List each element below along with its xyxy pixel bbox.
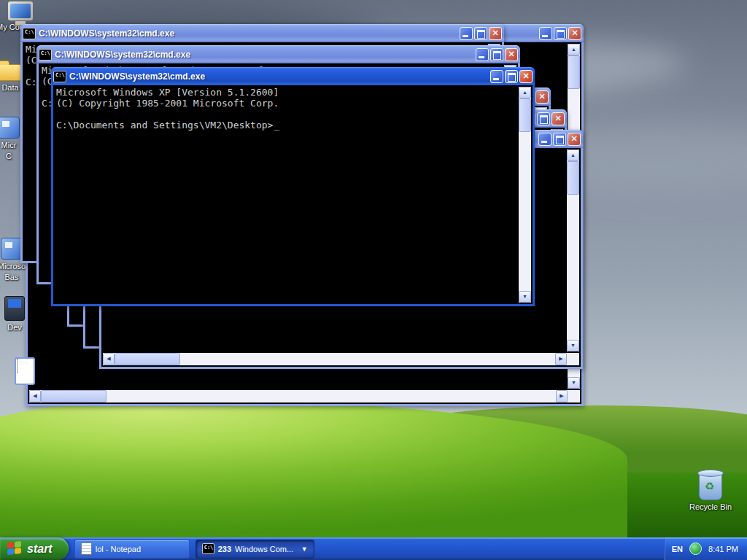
window-controls: ✕ [476,48,518,61]
taskbar: start lol - Notepad 233 Windows Com... ▼… [0,537,747,560]
cmd-icon [202,543,214,554]
window-controls: ✕ [460,27,502,40]
vertical-scrollbar[interactable]: ▲ ▼ [567,149,579,351]
window-controls: ✕ [538,133,581,146]
tray-status-icon[interactable] [689,542,702,555]
maximize-button[interactable] [554,27,567,40]
window-controls: ✕ [539,27,581,40]
desktop-icon-recycle-bin[interactable]: Recycle Bin [684,472,737,511]
cmd-icon [17,359,18,373]
device-icon [4,296,25,321]
icon-label: Dev [7,323,22,332]
icon-label: Bas [5,273,19,281]
scroll-thumb[interactable] [41,390,107,402]
close-button[interactable]: ✕ [568,27,581,40]
scroll-right-button[interactable]: ▶ [555,353,567,365]
scrollbar-corner [568,390,580,402]
scroll-up-button[interactable]: ▲ [568,44,580,55]
scroll-track[interactable] [519,132,531,291]
scroll-up-button[interactable]: ▲ [519,87,531,98]
minimize-button[interactable] [539,27,552,40]
maximize-button[interactable] [537,112,550,125]
icon-label: C [6,152,12,160]
windows-logo-icon [7,541,23,556]
console-cursor: _ [274,120,279,131]
green-hill [0,400,627,560]
scrollbar-corner [567,353,579,365]
cmd-icon [39,49,52,61]
start-label: start [27,542,53,556]
start-button[interactable]: start [0,537,69,560]
close-button[interactable]: ✕ [568,133,581,146]
horizontal-scrollbar[interactable]: ◀ ▶ [103,353,579,365]
maximize-button[interactable] [505,70,518,83]
task-label: lol - Notepad [96,545,141,553]
scroll-right-button[interactable]: ▶ [556,390,568,402]
application-icon [0,117,20,139]
minimize-button[interactable] [460,27,473,40]
minimize-button[interactable] [538,133,551,146]
minimize-button[interactable] [490,70,503,83]
notepad-icon [81,542,92,555]
scroll-thumb[interactable] [568,55,580,89]
cmd-icon [53,71,66,82]
icon-label: Recycle Bin [689,502,732,511]
scroll-down-button[interactable]: ▼ [568,377,580,389]
close-button[interactable]: ✕ [489,27,502,40]
scroll-thumb[interactable] [567,161,579,195]
my-computer-icon [8,1,33,20]
window-title: C:\WINDOWS\system32\cmd.exe [55,50,473,60]
scroll-down-button[interactable]: ▼ [519,291,531,303]
scroll-track[interactable] [107,390,556,402]
language-indicator[interactable]: EN [672,545,683,553]
taskbar-group-cmd[interactable]: 233 Windows Com... ▼ [196,540,314,559]
scroll-left-button[interactable]: ◀ [29,390,41,402]
scroll-track[interactable] [180,353,555,365]
window-titlebar[interactable]: C:\WINDOWS\system32\cmd.exe ✕ [20,24,504,42]
close-button[interactable]: ✕ [519,70,533,83]
close-button[interactable]: ✕ [535,90,549,104]
clock[interactable]: 8:41 PM [708,545,738,553]
scroll-thumb[interactable] [519,98,531,132]
icon-label: Data [1,83,18,92]
application-icon [1,238,23,260]
horizontal-scrollbar[interactable]: ◀ ▶ [29,390,580,402]
maximize-button[interactable] [474,27,487,40]
scroll-down-button[interactable]: ▼ [567,340,579,351]
close-button[interactable]: ✕ [551,112,565,125]
group-count: 233 [218,545,231,553]
taskbar-item-notepad[interactable]: lol - Notepad [74,540,190,559]
window-title: C:\WINDOWS\system32\cmd.exe [39,28,457,39]
minimize-button[interactable] [476,48,489,61]
folder-icon [0,64,22,81]
scroll-track[interactable] [567,195,579,340]
console-body: Microsoft Windows XP [Version 5.1.2600] … [53,85,533,304]
scroll-up-button[interactable]: ▲ [567,149,579,161]
window-titlebar[interactable]: C:\WINDOWS\system32\cmd.exe ✕ [51,67,535,85]
icon-label: Micr [1,141,17,149]
close-button[interactable]: ✕ [505,48,518,61]
window-title: C:\WINDOWS\system32\cmd.exe [69,71,487,82]
cmd-icon [23,28,36,39]
console-text: Microsoft Windows XP [Version 5.1.2600] … [56,87,279,131]
scroll-left-button[interactable]: ◀ [103,353,115,365]
maximize-button[interactable] [490,48,503,61]
scroll-thumb[interactable] [115,353,180,365]
console-output[interactable]: Microsoft Windows XP [Version 5.1.2600] … [53,85,533,132]
maximize-button[interactable] [553,133,566,146]
chevron-down-icon: ▼ [301,545,308,553]
window-titlebar[interactable]: C:\WINDOWS\system32\cmd.exe ✕ [36,45,520,63]
window-controls: ✕ [490,70,533,83]
cmd-window[interactable]: C:\WINDOWS\system32\cmd.exe ✕ Microsoft … [51,67,535,306]
system-tray: EN 8:41 PM [664,537,747,560]
vertical-scrollbar[interactable]: ▲ ▼ [519,87,531,303]
recycle-bin-icon [699,472,722,500]
window-fragment[interactable] [15,357,35,385]
task-label: Windows Com... [235,545,293,553]
